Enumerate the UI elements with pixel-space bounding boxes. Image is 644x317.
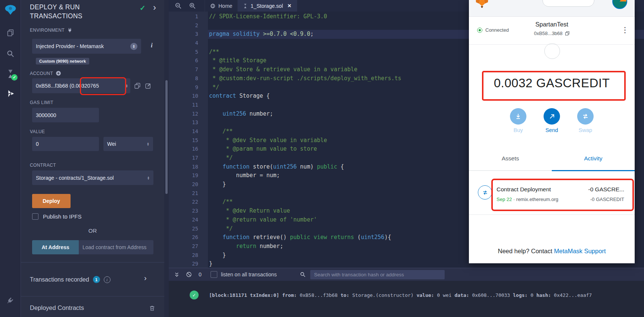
panel-expand-chevron-icon[interactable]: › (153, 2, 156, 13)
account-select[interactable]: 0xB58...f3b68 (0.00320765 ▲▼ (32, 78, 130, 93)
send-icon[interactable] (544, 108, 560, 125)
options-kebab-icon[interactable]: ⋮ (621, 25, 629, 34)
tab-home[interactable]: Home (205, 0, 238, 12)
home-tab-icon (210, 3, 215, 9)
trash-icon[interactable] (149, 305, 155, 311)
metamask-support-link[interactable]: MetaMask Support (554, 248, 606, 254)
solidity-compiler-icon[interactable]: ✓ (0, 66, 21, 82)
solidity-file-icon (243, 3, 248, 9)
account-address-row[interactable]: 0xB58...3b68 (469, 31, 635, 36)
contract-label: CONTRACT (30, 163, 56, 168)
line-number: 14 (169, 127, 208, 136)
gas-limit-input[interactable] (32, 108, 99, 122)
terminal-search-icon (300, 272, 306, 277)
transactions-recorded-section: Transactions recorded 1 i › (21, 262, 164, 296)
add-account-icon[interactable] (56, 70, 61, 76)
metamask-fox-icon[interactable] (475, 0, 489, 9)
activity-source: remix.ethereum.org (516, 197, 559, 202)
line-number: 16 (169, 145, 208, 154)
line-number: 20 (169, 180, 208, 189)
publish-ipfs-label: Publish to IPFS (43, 213, 81, 220)
search-icon[interactable] (0, 45, 21, 62)
panel-scrollbar[interactable] (164, 0, 169, 317)
panel-success-check-icon: ✓ (140, 4, 146, 12)
terminal-log-text: [block:181171 txIndex:0] from: 0xB58...f… (209, 292, 592, 298)
swap-icon[interactable] (577, 108, 594, 125)
deploy-run-icon[interactable] (0, 86, 21, 102)
line-number: 19 (169, 171, 208, 180)
metamask-header (469, 0, 635, 17)
swap-action[interactable]: Swap (570, 108, 600, 133)
close-tab-icon[interactable]: ✕ (287, 3, 292, 9)
tab-storage-sol[interactable]: 1_Storage.sol ✕ (238, 0, 297, 12)
copy-address-icon[interactable] (565, 31, 570, 36)
clear-console-icon[interactable] (186, 272, 192, 277)
buy-action[interactable]: Buy (503, 108, 533, 133)
activity-item-contract-deployment[interactable]: Contract Deployment -0 GASCRE... Sep 22 … (469, 179, 635, 208)
tab-assets[interactable]: Assets (469, 152, 552, 170)
edit-account-icon[interactable] (145, 82, 152, 89)
line-number: 12 (169, 110, 208, 119)
zoom-out-icon[interactable] (171, 2, 185, 9)
line-number: 4 (169, 39, 208, 48)
at-address-input[interactable] (79, 240, 153, 254)
token-logo-placeholder (544, 43, 560, 59)
metamask-popup: Connected SpartanTest 0xB58...3b68 ⋮ 0.0… (469, 0, 635, 263)
terminal-log-row[interactable]: ✓ [block:181171 txIndex:0] from: 0xB58..… (169, 291, 644, 299)
line-number: 21 (169, 189, 208, 198)
publish-ipfs-checkbox[interactable] (32, 213, 38, 220)
plugin-manager-icon[interactable] (0, 292, 21, 308)
account-address: 0xB58...3b68 (534, 31, 563, 36)
buy-icon[interactable] (510, 108, 526, 125)
buy-label: Buy (503, 127, 533, 133)
tx-success-check-icon: ✓ (190, 291, 199, 299)
icon-rail: ✓ (0, 0, 21, 317)
gas-limit-label: GAS LIMIT (30, 100, 53, 105)
contract-value: Storage - contracts/1_Storage.sol (36, 175, 114, 181)
account-name[interactable]: SpartanTest (469, 21, 635, 28)
deploy-button[interactable]: Deploy (32, 194, 71, 208)
line-number: 26 (169, 233, 208, 242)
tab-activity[interactable]: Activity (552, 152, 635, 170)
transactions-expand-chevron-icon[interactable]: › (144, 274, 147, 282)
send-action[interactable]: Send (537, 108, 567, 133)
listen-all-checkbox[interactable] (211, 271, 217, 278)
metamask-tabs: Assets Activity (469, 152, 635, 171)
remix-ide-screen: ✓ DEPLOY & RUN TRANSACTIONS ✓ › ENVIRONM… (0, 0, 644, 317)
line-number: 13 (169, 118, 208, 127)
environment-select[interactable]: Injected Provider - Metamask ▲▼ (32, 39, 141, 54)
collapse-terminal-icon[interactable] (174, 272, 180, 277)
line-number: 8 (169, 74, 208, 83)
environment-label: ENVIRONMENT (30, 28, 72, 33)
activity-title: Contract Deployment (497, 186, 551, 193)
select-arrows-icon: ▲▼ (125, 84, 128, 88)
terminal-search-input[interactable] (310, 270, 445, 279)
deployed-contracts-label: Deployed Contracts (30, 304, 84, 311)
account-bar: Connected SpartanTest 0xB58...3b68 ⋮ (469, 16, 635, 45)
line-number: 7 (169, 65, 208, 74)
remix-logo-icon[interactable] (0, 1, 21, 18)
network-selector-pill[interactable] (542, 0, 594, 7)
or-text: OR (32, 227, 153, 234)
zoom-in-icon[interactable] (185, 2, 199, 9)
environment-info-icon[interactable]: i (151, 42, 153, 49)
file-explorer-icon[interactable] (0, 25, 21, 41)
panel-scrollbar-thumb[interactable] (165, 80, 168, 194)
copy-account-icon[interactable] (134, 82, 141, 89)
at-address-button[interactable]: At Address (32, 240, 79, 254)
value-input[interactable] (32, 137, 99, 151)
select-arrows-icon: ▲▼ (147, 142, 149, 146)
account-avatar[interactable] (612, 0, 627, 9)
account-balance: 0.0032 GASCREDIT (469, 76, 635, 90)
send-label: Send (537, 127, 567, 133)
line-number: 28 (169, 251, 208, 260)
environment-value: Injected Provider - Metamask (36, 43, 104, 49)
value-unit-select[interactable]: Wei ▲▼ (103, 137, 153, 151)
contract-select[interactable]: Storage - contracts/1_Storage.sol ▲▼ (32, 170, 153, 185)
settings-gear-icon[interactable] (0, 312, 21, 317)
line-number: 27 (169, 242, 208, 251)
transactions-info-icon[interactable]: i (104, 276, 111, 283)
metamask-footer: Need help? Contact MetaMask Support (469, 248, 635, 255)
publish-ipfs-row: Publish to IPFS (32, 213, 81, 220)
line-number: 23 (169, 207, 208, 216)
